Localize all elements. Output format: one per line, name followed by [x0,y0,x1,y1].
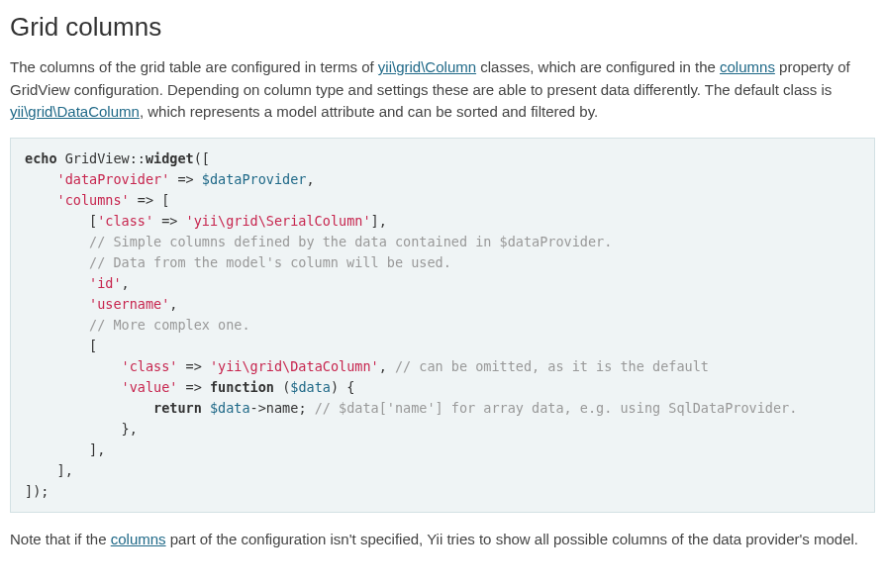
comment: // Simple columns defined by the data co… [89,234,612,249]
text: => [ [130,192,170,208]
string: 'class' [122,358,178,374]
arrow: => [169,171,202,187]
string: 'username' [89,296,169,312]
keyword-function: function [210,379,274,395]
link-columns[interactable]: columns [720,58,775,75]
string: 'id' [89,275,122,291]
arrow: => [177,379,210,395]
comment: // $data['name'] for array data, e.g. us… [315,400,798,416]
keyword-echo: echo [25,150,57,166]
link-columns-2[interactable]: columns [111,531,166,547]
comment: // More complex one. [89,317,250,333]
text: ->name; [250,400,315,416]
intro-paragraph: The columns of the grid table are config… [10,56,875,124]
code-pre: echo GridView::widget([ 'dataProvider' =… [21,148,864,502]
string: 'yii\grid\SerialColumn' [186,213,371,229]
string: 'value' [122,379,178,395]
string: 'dataProvider' [57,171,170,187]
text: Note that if the [10,531,111,547]
text: GridView [65,150,130,166]
text: , which represents a model attribute and… [140,103,598,120]
arrow: => [177,358,210,374]
comment: // Data from the model's column will be … [89,254,451,270]
note-paragraph: Note that if the columns part of the con… [10,529,875,551]
text: classes, which are configured in the [476,58,720,75]
text: The columns of the grid table are config… [10,58,378,75]
keyword-return: return [153,400,202,416]
variable: $data [290,379,331,395]
comment: // can be omitted, as it is the default [395,358,709,374]
string: 'class' [97,213,153,229]
string: 'columns' [57,192,130,208]
variable: $dataProvider [202,171,307,187]
text: part of the configuration isn't specifie… [166,531,858,547]
link-data-column[interactable]: yii\grid\DataColumn [10,103,140,120]
arrow: => [153,213,186,229]
code-block: echo GridView::widget([ 'dataProvider' =… [10,138,875,513]
string: 'yii\grid\DataColumn' [210,358,379,374]
variable: $data [210,400,250,416]
link-grid-column[interactable]: yii\grid\Column [378,58,476,75]
method: widget [146,150,194,166]
section-heading: Grid columns [10,8,875,47]
